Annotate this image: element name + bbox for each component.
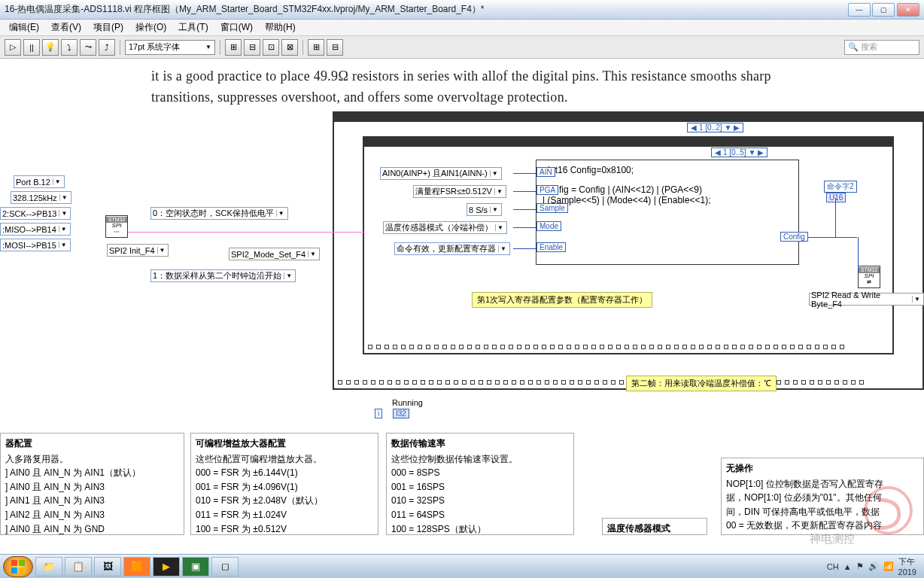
menu-operate[interactable]: 操作(O) <box>129 21 172 34</box>
ref-nop: 无操作 NOP[1:0] 位控制数据是否写入配置寄存 据，NOP[1:0] 位必… <box>721 458 924 535</box>
formula-l3: | (Sample<<5) | (Mode<<4) | (Enable<<1); <box>543 195 792 205</box>
maximize-button[interactable]: ▢ <box>872 3 895 17</box>
flag-icon[interactable]: ▲ <box>843 562 852 571</box>
comment-text: it is a good practice to place 49.9Ω res… <box>151 66 813 108</box>
spi-init-icon[interactable]: STM32SPI◦◦◦ <box>105 215 128 238</box>
search-icon: 🔍 <box>848 42 859 52</box>
wire <box>858 237 859 271</box>
chevron-down-icon: ▼ <box>205 44 211 50</box>
ain-terminal: AIN <box>536 167 555 177</box>
taskbar-app1[interactable]: 📋 <box>65 557 92 576</box>
separator <box>302 40 303 55</box>
wire <box>128 232 333 233</box>
menu-view[interactable]: 查看(V) <box>45 21 87 34</box>
block-diagram[interactable]: it is a good practice to place 49.9Ω res… <box>0 59 924 578</box>
sps-constant[interactable]: 8 S/s▼ <box>467 203 502 216</box>
close-button[interactable]: ✕ <box>897 3 919 17</box>
enable-terminal: Enable <box>536 242 566 252</box>
wire <box>513 173 536 174</box>
spi-rw-icon[interactable]: STM32SPI⇄ <box>858 266 880 288</box>
taskbar-app3[interactable]: 🟧 <box>123 557 150 576</box>
menu-edit[interactable]: 编辑(E) <box>3 21 45 34</box>
distribute-button[interactable]: ⊟ <box>244 39 260 56</box>
formula-node[interactable]: uInt16 Config=0x8100; Config = Config | … <box>536 160 799 265</box>
frame-selector-outer[interactable]: ◀ 1 [0..2] ▼ ▶ <box>687 123 743 132</box>
svg-rect-4 <box>11 567 17 573</box>
minimize-button[interactable]: — <box>848 3 871 17</box>
volume-icon[interactable]: 🔊 <box>868 561 879 571</box>
spi-rw-label[interactable]: SPI2 Read & Write Byte_F4▼ <box>809 293 924 306</box>
formula-l2: Config = Config | (AIN<<12) | (PGA<<9) <box>543 184 792 195</box>
menu-tools[interactable]: 工具(T) <box>172 21 214 34</box>
flag-icon[interactable]: ⚑ <box>856 561 864 571</box>
svg-rect-5 <box>19 567 25 573</box>
start-button[interactable] <box>3 556 33 577</box>
fsr-constant[interactable]: 满量程FSR≤±0.512V▼ <box>413 185 506 198</box>
sample-terminal: Sample <box>536 203 568 213</box>
align-button[interactable]: ⊞ <box>225 39 242 56</box>
ain-constant[interactable]: AIN0(AINP+) 且AIN1(AINN-)▼ <box>380 167 502 180</box>
system-tray[interactable]: CH ▲ ⚑ 🔊 📶 下午2019 <box>827 556 921 576</box>
film-holes <box>364 139 892 147</box>
idle1-constant[interactable]: 1：数据采样从第二个时钟边沿开始▼ <box>150 269 296 282</box>
step-into-button[interactable]: ⤵ <box>61 39 78 56</box>
taskbar-app5[interactable]: ▣ <box>182 557 209 576</box>
frame2-comment: 第二帧：用来读取冷端温度补偿值：℃ <box>626 376 777 391</box>
mode-terminal: Mode <box>536 221 561 231</box>
tool3[interactable]: ⊟ <box>327 39 343 56</box>
i32-terminal: I32 <box>393 409 409 418</box>
spi-modeset-label[interactable]: SPI2_Mode_Set_F4▼ <box>229 248 320 260</box>
search-placeholder: 搜索 <box>861 41 877 53</box>
taskbar: 📁 📋 🖼 🟧 ▶ ▣ ◻ CH ▲ ⚑ 🔊 📶 下午2019 <box>0 554 924 578</box>
mosi-constant[interactable]: :MOSI-->PB15▼ <box>0 239 71 251</box>
film-holes <box>334 114 922 122</box>
menubar: 编辑(E) 查看(V) 项目(P) 操作(O) 工具(T) 窗口(W) 帮助(H… <box>0 20 924 36</box>
spi-init-label[interactable]: SPI2 Init_F4▼ <box>107 244 169 257</box>
window-title: 16-热电偶温度采集-ADS1118.vi 程序框图（My_ARM_Starte… <box>5 3 846 16</box>
tool2[interactable]: ⊞ <box>308 39 324 56</box>
pause-button[interactable]: || <box>23 39 40 56</box>
step-over-button[interactable]: ⤳ <box>80 39 96 56</box>
cmd-constant[interactable]: 命令有效，更新配置寄存器▼ <box>394 242 510 255</box>
miso-constant[interactable]: :MISO-->PB14▼ <box>0 223 71 236</box>
network-icon[interactable]: 📶 <box>883 561 894 571</box>
font-selector[interactable]: 17pt 系统字体 ▼ <box>125 40 215 55</box>
menu-window[interactable]: 窗口(W) <box>214 21 259 34</box>
film-holes <box>364 344 892 351</box>
step-out-button[interactable]: ⤴ <box>99 39 115 56</box>
taskbar-app2[interactable]: 🖼 <box>94 557 121 576</box>
menu-project[interactable]: 项目(P) <box>87 21 129 34</box>
menu-help[interactable]: 帮助(H) <box>259 21 302 34</box>
wire <box>513 227 536 228</box>
ref-datarate: 数据传输速率 这些位控制数据传输速率设置。 000 = 8SPS 001 = 1… <box>386 433 574 535</box>
u16-indicator[interactable]: U16 <box>826 193 846 202</box>
font-label: 17pt 系统字体 <box>129 41 180 53</box>
wire <box>513 191 536 192</box>
idle0-constant[interactable]: 0：空闲状态时，SCK保持低电平▼ <box>150 207 288 220</box>
sck-constant[interactable]: 2:SCK-->PB13▼ <box>0 207 71 220</box>
wire <box>312 232 365 233</box>
formula-l1: uInt16 Config=0x8100; <box>543 165 792 175</box>
ime-indicator[interactable]: CH <box>827 562 839 571</box>
taskbar-app6[interactable]: ◻ <box>211 557 239 576</box>
taskbar-explorer[interactable]: 📁 <box>35 557 62 576</box>
wire <box>808 237 857 238</box>
port-constant[interactable]: Port B.12▼ <box>14 175 65 188</box>
toolbar: ▷ || 💡 ⤵ ⤳ ⤴ 17pt 系统字体 ▼ ⊞ ⊟ ⊡ ⊠ ⊞ ⊟ 🔍 搜… <box>0 36 924 59</box>
running-label: Running <box>392 398 423 407</box>
separator <box>120 40 120 55</box>
mode-constant[interactable]: 温度传感器模式（冷端补偿）▼ <box>383 221 507 234</box>
taskbar-labview[interactable]: ▶ <box>153 557 180 576</box>
clock[interactable]: 下午2019 <box>898 556 916 576</box>
reorder-button[interactable]: ⊠ <box>281 39 298 56</box>
resize-button[interactable]: ⊡ <box>263 39 279 56</box>
search-box[interactable]: 🔍 搜索 <box>844 40 919 55</box>
ref-pga: 可编程增益放大器配置 这些位配置可编程增益放大器。 000 = FSR 为 ±6… <box>190 433 378 535</box>
freq-constant[interactable]: 328.125kHz▼ <box>11 191 71 204</box>
highlight-button[interactable]: 💡 <box>42 39 59 56</box>
separator <box>220 40 220 55</box>
run-button[interactable]: ▷ <box>5 39 21 56</box>
frame-selector-inner[interactable]: ◀ 1 [0..5] ▼ ▶ <box>711 148 767 157</box>
pga-terminal: PGA <box>536 185 558 195</box>
titlebar: 16-热电偶温度采集-ADS1118.vi 程序框图（My_ARM_Starte… <box>0 0 924 20</box>
